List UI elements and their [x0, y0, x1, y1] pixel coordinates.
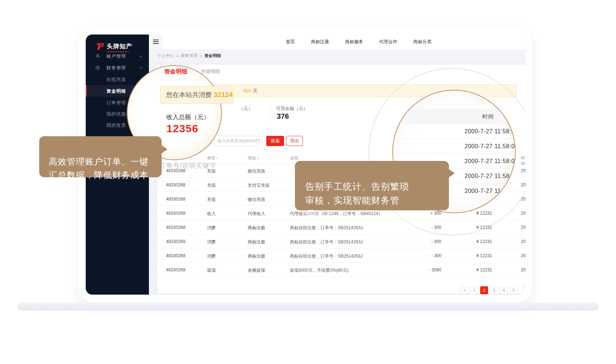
- breadcrumb-part-2: 资金明细: [204, 53, 221, 58]
- app-title: 头牌知产: [107, 43, 132, 50]
- order-cell: 48330268: [166, 239, 185, 244]
- desc-cell: 商标自助注册，订单号：SB2514263J: [290, 225, 363, 231]
- time-cell: 2000-7-27 11:58:03: [521, 267, 526, 272]
- desc-cell: 商标自助注册，订单号：SB2514263J: [290, 239, 363, 245]
- page-button-2[interactable]: 2: [480, 286, 488, 294]
- lens-time-value: 2000-7-27 11:58:03: [465, 158, 516, 165]
- sidebar-group-1[interactable]: 财务管理: [86, 62, 149, 73]
- pagination: <12345>: [157, 286, 526, 294]
- top-bar: 首页商标注册商标服务代理合作商标分类: [149, 35, 526, 49]
- desc-cell: 代理提成300元（ID:1245，订单号：SB45124）: [290, 211, 382, 217]
- sidebar-item-label: 在线充值: [106, 77, 126, 83]
- lens-time-value: 2000-7-27 11:58:03: [465, 128, 516, 135]
- type-cell: 消费: [207, 239, 216, 245]
- page-button-4[interactable]: 4: [500, 286, 508, 294]
- amount-cell: - 3060: [408, 267, 441, 272]
- prev-page-button[interactable]: <: [461, 286, 469, 294]
- lens-income-value: 12356: [166, 122, 198, 135]
- sidebar-group-label: 账户管理: [106, 53, 126, 60]
- type-cell: 充值: [207, 182, 216, 189]
- stat-divider: [270, 104, 271, 121]
- lens-time-header: 时间: [393, 109, 516, 124]
- tab-recharge-detail[interactable]: 充值明细: [201, 68, 220, 75]
- order-cell: 48330268: [166, 197, 185, 202]
- search-button[interactable]: 搜索: [266, 136, 284, 146]
- col-desc: 说明: [290, 155, 298, 161]
- callout-right: 告别手工统计、告别繁琐 审核，实现智能财务管 理。: [295, 161, 449, 210]
- page-button-5[interactable]: 5: [510, 286, 518, 294]
- balance-cell: ¥ 12231: [464, 253, 492, 258]
- lens-income-label: 收入总额（元）: [166, 113, 210, 121]
- chevron-down-icon: [139, 54, 143, 58]
- callout-left: 高效管理账户订单、一键 汇总数据，降低财务成本: [39, 136, 162, 177]
- order-cell: 48330268: [166, 267, 185, 272]
- sort-caret-icon: ▾: [216, 157, 218, 160]
- nav-item-2[interactable]: 商标服务: [345, 39, 363, 45]
- sort-caret-icon: ▾: [257, 157, 259, 160]
- breadcrumb-part-1[interactable]: 财务管理: [181, 53, 198, 58]
- type-cell: 消费: [207, 253, 216, 259]
- user-icon: [95, 53, 100, 58]
- page-button-1[interactable]: 1: [470, 286, 478, 294]
- callout-arrow-icon: [161, 145, 167, 154]
- time-cell: 2000-7-27 11:58:03: [521, 211, 526, 216]
- lens-banner-amount: 32124: [214, 91, 233, 98]
- export-button[interactable]: 导出: [286, 136, 303, 146]
- main-nav: 首页商标注册商标服务代理合作商标分类: [286, 35, 431, 49]
- stat2-label-fragment: （元）: [239, 106, 253, 112]
- project-cell: 商标注册: [248, 225, 265, 231]
- project-cell: 商标注册: [248, 239, 265, 245]
- amount-cell: - 300: [408, 253, 441, 258]
- amount-cell: - 300: [408, 239, 441, 244]
- banner-text: 820 元: [244, 85, 258, 97]
- type-cell: 收入: [207, 211, 216, 217]
- desc-cell: 提现3000元，手续费2%(60元): [290, 267, 348, 274]
- table-row: 48330268消费商标注册商标自助注册，订单号：SB2514263J- 300…: [157, 234, 526, 248]
- nav-item-0[interactable]: 首页: [286, 39, 295, 45]
- time-cell: 2000-7-27 11:58:03: [521, 225, 526, 230]
- page-button-3[interactable]: 3: [490, 286, 498, 294]
- project-cell: 代理收入: [248, 211, 265, 217]
- sidebar-group-0[interactable]: 账户管理: [86, 50, 149, 62]
- banner-amount: 820: [244, 88, 252, 93]
- breadcrumb-separator: >: [200, 54, 202, 58]
- stat3-value: 376: [277, 112, 289, 121]
- lens-keyword-placeholder: 订单号/说明关键字: [159, 161, 216, 170]
- sidebar-item-label: 资金明细: [106, 88, 126, 94]
- project-cell: 余额提现: [248, 267, 265, 274]
- type-cell: 消费: [207, 225, 216, 231]
- lens-banner: 您在本站共消费32124: [160, 86, 234, 104]
- order-cell: 48330268: [166, 253, 185, 258]
- col-type[interactable]: 类型▾: [207, 155, 218, 161]
- type-cell: 提现: [207, 267, 216, 274]
- col-project[interactable]: 项目▾: [248, 155, 259, 161]
- breadcrumb-separator: >: [176, 54, 179, 58]
- breadcrumb: 个人中心>财务管理>资金明细: [149, 49, 526, 62]
- hamburger-menu-icon[interactable]: [149, 35, 163, 49]
- callout-arrow-icon: [449, 169, 455, 178]
- type-cell: 充值: [207, 197, 216, 203]
- project-cell: 微信充值: [248, 197, 265, 203]
- project-cell: 微信充值: [248, 168, 265, 174]
- time-cell: 2000-7-27 11:58:03: [521, 253, 526, 258]
- lens-time-row: 2000-7-27 11:58:03: [393, 124, 516, 139]
- nav-item-3[interactable]: 代理合作: [379, 39, 397, 45]
- order-cell: 48330268: [166, 182, 185, 187]
- balance-cell: ¥ 12231: [464, 239, 492, 244]
- finance-icon: [95, 65, 100, 70]
- nav-item-1[interactable]: 商标注册: [311, 39, 329, 45]
- balance-cell: ¥ 12231: [464, 267, 492, 272]
- table-row: 48330268消费商标注册商标自助注册，订单号：SB2514263J- 300…: [157, 248, 526, 263]
- nav-item-4[interactable]: 商标分类: [413, 39, 431, 45]
- order-cell: 48330268: [166, 211, 185, 216]
- project-cell: 支付宝充值: [248, 182, 270, 189]
- stat3-label: 可用余额（元）: [276, 106, 308, 112]
- page: 头牌知产 账户管理财务管理在线充值资金明细订单管理我的优惠券我的发票模板管理 首…: [0, 0, 616, 364]
- lens-tab-label: 资金明细: [164, 68, 187, 76]
- chevron-up-icon: [139, 67, 143, 70]
- project-cell: 商标注册: [248, 253, 265, 259]
- time-filter-input[interactable]: [214, 136, 262, 146]
- breadcrumb-part-0[interactable]: 个人中心: [157, 53, 174, 58]
- sidebar-group-label: 财务管理: [106, 65, 126, 71]
- desc-cell: 商标自助注册，订单号：SB2514263J: [290, 253, 363, 259]
